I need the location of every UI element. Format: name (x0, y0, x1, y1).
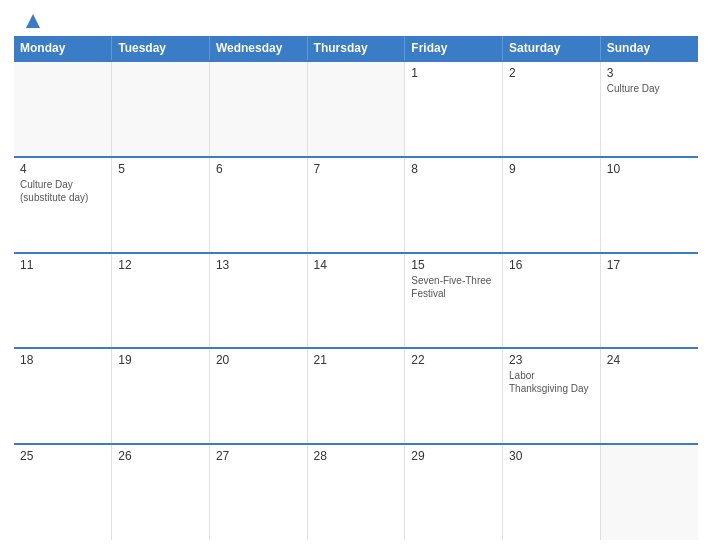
calendar-cell: 21 (307, 348, 405, 444)
day-number: 28 (314, 449, 399, 463)
calendar-cell: 14 (307, 253, 405, 349)
calendar-cell (14, 61, 112, 157)
day-number: 2 (509, 66, 594, 80)
week-row-4: 181920212223Labor Thanksgiving Day24 (14, 348, 698, 444)
calendar-cell (209, 61, 307, 157)
logo (18, 10, 44, 30)
day-event: Culture Day (607, 83, 660, 94)
day-number: 21 (314, 353, 399, 367)
calendar-body: 123Culture Day4Culture Day (substitute d… (14, 61, 698, 540)
calendar-cell: 3Culture Day (600, 61, 698, 157)
calendar-cell: 23Labor Thanksgiving Day (503, 348, 601, 444)
calendar-cell: 12 (112, 253, 210, 349)
day-number: 1 (411, 66, 496, 80)
calendar-cell: 25 (14, 444, 112, 540)
calendar-cell: 20 (209, 348, 307, 444)
calendar-cell: 11 (14, 253, 112, 349)
calendar-cell: 30 (503, 444, 601, 540)
calendar-cell: 8 (405, 157, 503, 253)
day-number: 14 (314, 258, 399, 272)
day-number: 16 (509, 258, 594, 272)
calendar-cell: 18 (14, 348, 112, 444)
day-number: 15 (411, 258, 496, 272)
calendar-table: MondayTuesdayWednesdayThursdayFridaySatu… (14, 36, 698, 540)
day-number: 9 (509, 162, 594, 176)
weekday-header-monday: Monday (14, 36, 112, 61)
svg-marker-0 (26, 14, 40, 28)
day-number: 27 (216, 449, 301, 463)
day-number: 7 (314, 162, 399, 176)
day-number: 12 (118, 258, 203, 272)
day-number: 10 (607, 162, 692, 176)
weekday-header-tuesday: Tuesday (112, 36, 210, 61)
calendar-header-row: MondayTuesdayWednesdayThursdayFridaySatu… (14, 36, 698, 61)
day-event: Culture Day (substitute day) (20, 179, 88, 203)
day-number: 5 (118, 162, 203, 176)
day-number: 3 (607, 66, 692, 80)
day-number: 8 (411, 162, 496, 176)
calendar-cell: 19 (112, 348, 210, 444)
calendar-cell: 26 (112, 444, 210, 540)
calendar-cell: 6 (209, 157, 307, 253)
day-event: Seven-Five-Three Festival (411, 275, 491, 299)
logo-icon (22, 10, 44, 30)
day-number: 20 (216, 353, 301, 367)
day-number: 18 (20, 353, 105, 367)
day-number: 6 (216, 162, 301, 176)
weekday-header-friday: Friday (405, 36, 503, 61)
calendar-header (0, 0, 712, 36)
calendar-cell: 22 (405, 348, 503, 444)
calendar-cell: 16 (503, 253, 601, 349)
calendar-cell: 13 (209, 253, 307, 349)
day-event: Labor Thanksgiving Day (509, 370, 588, 394)
day-number: 13 (216, 258, 301, 272)
week-row-1: 123Culture Day (14, 61, 698, 157)
day-number: 25 (20, 449, 105, 463)
calendar-cell: 1 (405, 61, 503, 157)
calendar-cell: 27 (209, 444, 307, 540)
calendar-cell (600, 444, 698, 540)
weekday-header-saturday: Saturday (503, 36, 601, 61)
week-row-3: 1112131415Seven-Five-Three Festival1617 (14, 253, 698, 349)
calendar-cell: 15Seven-Five-Three Festival (405, 253, 503, 349)
calendar-container: MondayTuesdayWednesdayThursdayFridaySatu… (0, 36, 712, 550)
calendar-cell: 9 (503, 157, 601, 253)
day-number: 23 (509, 353, 594, 367)
calendar-cell: 24 (600, 348, 698, 444)
weekday-header-thursday: Thursday (307, 36, 405, 61)
day-number: 24 (607, 353, 692, 367)
calendar-cell: 7 (307, 157, 405, 253)
day-number: 19 (118, 353, 203, 367)
day-number: 29 (411, 449, 496, 463)
day-number: 30 (509, 449, 594, 463)
calendar-cell: 4Culture Day (substitute day) (14, 157, 112, 253)
day-number: 11 (20, 258, 105, 272)
weekday-header-wednesday: Wednesday (209, 36, 307, 61)
calendar-cell: 2 (503, 61, 601, 157)
calendar-cell (112, 61, 210, 157)
week-row-5: 252627282930 (14, 444, 698, 540)
calendar-cell: 29 (405, 444, 503, 540)
day-number: 22 (411, 353, 496, 367)
day-number: 26 (118, 449, 203, 463)
calendar-cell (307, 61, 405, 157)
day-number: 17 (607, 258, 692, 272)
calendar-cell: 28 (307, 444, 405, 540)
calendar-cell: 5 (112, 157, 210, 253)
weekday-header-sunday: Sunday (600, 36, 698, 61)
calendar-cell: 10 (600, 157, 698, 253)
week-row-2: 4Culture Day (substitute day)5678910 (14, 157, 698, 253)
day-number: 4 (20, 162, 105, 176)
calendar-cell: 17 (600, 253, 698, 349)
